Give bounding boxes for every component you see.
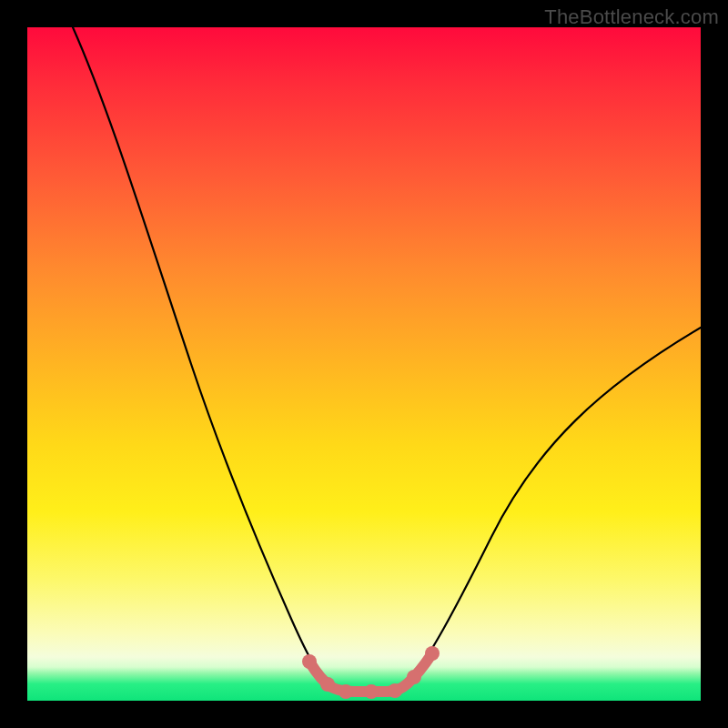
main-curve (73, 27, 701, 692)
accent-dot (302, 654, 317, 669)
accent-dot (320, 677, 335, 692)
accent-dot (388, 683, 402, 698)
accent-dot (407, 670, 421, 684)
accent-dot (425, 646, 440, 661)
accent-dot (364, 684, 379, 699)
accent-dot (339, 684, 353, 699)
chart-svg (27, 27, 701, 701)
chart-frame: TheBottleneck.com (0, 0, 728, 728)
plot-area (27, 27, 701, 701)
watermark-text: TheBottleneck.com (544, 5, 719, 29)
